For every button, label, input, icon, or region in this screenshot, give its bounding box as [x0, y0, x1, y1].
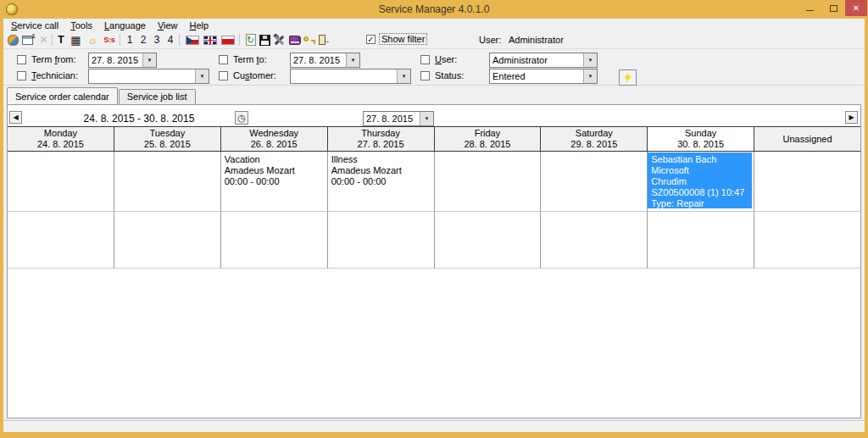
calendar-cell[interactable]: [541, 212, 648, 269]
menu-tools[interactable]: Tools: [64, 19, 98, 31]
date-picker-combobox[interactable]: 27. 8. 2015 ▼: [363, 111, 434, 126]
day-view-button[interactable]: ☼: [86, 33, 100, 47]
exit-button[interactable]: →: [316, 33, 331, 47]
save-icon: [259, 35, 270, 46]
term-to-combobox[interactable]: 27. 8. 2015 ▼: [290, 53, 360, 68]
term-to-value: 27. 8. 2015: [291, 53, 346, 67]
new-service-call-button[interactable]: [6, 33, 20, 47]
week-count-3-button[interactable]: 3: [151, 33, 163, 47]
menu-language[interactable]: Language: [98, 19, 152, 31]
menu-service-call[interactable]: Service call: [5, 19, 64, 31]
customer-checkbox[interactable]: [219, 71, 228, 80]
show-filter-toggle[interactable]: ✓ Show filter: [366, 34, 426, 44]
open-properties-button[interactable]: 1: [20, 33, 35, 47]
menu-help[interactable]: Help: [184, 19, 215, 31]
refresh-button[interactable]: ↻: [243, 33, 258, 47]
technician-combobox[interactable]: ▼: [88, 69, 209, 84]
status-bar: [3, 420, 865, 432]
status-combobox[interactable]: Entered ▼: [489, 69, 598, 84]
menu-view[interactable]: View: [152, 19, 184, 31]
user-combobox[interactable]: Administrator ▼: [489, 53, 598, 68]
status-value: Entered: [490, 69, 583, 83]
date-picker-value: 27. 8. 2015: [364, 112, 420, 125]
window-controls: ✕: [798, 0, 867, 16]
refresh-icon: ↻: [246, 34, 256, 46]
letter-t-icon: T: [58, 34, 64, 46]
term-to-label: Term to:: [233, 54, 267, 64]
calendar-cell[interactable]: [435, 212, 542, 269]
language-czech-button[interactable]: [184, 33, 201, 47]
term-from-combobox[interactable]: 27. 8. 2015 ▼: [88, 53, 157, 68]
close-button[interactable]: ✕: [845, 0, 867, 16]
user-checkbox[interactable]: [420, 55, 430, 64]
chevron-down-icon[interactable]: ▼: [420, 112, 433, 125]
calendar-cell[interactable]: [114, 152, 221, 212]
status-checkbox[interactable]: [420, 71, 430, 80]
delete-button[interactable]: ✕: [36, 33, 51, 47]
calendar-event-vacation[interactable]: Vacation Amadeus Mozart 00:00 - 00:00: [221, 152, 327, 187]
minimize-icon: [806, 10, 814, 11]
tab-service-job-list[interactable]: Service job list: [119, 89, 196, 104]
license-button[interactable]: [302, 33, 316, 47]
calendar-cell[interactable]: Sebastian Bach Microsoft Chrudim SZ00500…: [648, 152, 754, 212]
week-count-1-button[interactable]: 1: [124, 33, 136, 47]
calendar-cell[interactable]: [754, 152, 860, 212]
calendar-grid: Monday24. 8. 2015 Tuesday25. 8. 2015 Wed…: [8, 126, 860, 269]
previous-week-button[interactable]: ◀: [9, 111, 22, 124]
week-count-4-button[interactable]: 4: [164, 33, 176, 47]
week-range-label: 24. 8. 2015 - 30. 8. 2015: [33, 113, 245, 125]
chevron-down-icon[interactable]: ▼: [583, 53, 597, 67]
text-mode-button[interactable]: T: [55, 33, 67, 47]
chevron-down-icon[interactable]: ▼: [397, 69, 410, 83]
chevron-down-icon[interactable]: ▼: [346, 53, 359, 67]
clock-icon: ◷: [237, 113, 246, 124]
lightning-icon: [624, 72, 632, 83]
maximize-button[interactable]: [821, 0, 845, 16]
term-from-value: 27. 8. 2015: [89, 53, 142, 67]
minimize-button[interactable]: [798, 0, 821, 16]
chevron-down-icon[interactable]: ▼: [142, 53, 156, 67]
column-header-unassigned: Unassigned: [754, 127, 860, 151]
calendar-cell[interactable]: [114, 212, 221, 269]
customer-combobox[interactable]: ▼: [290, 69, 411, 84]
calendar-cell[interactable]: [8, 152, 114, 212]
clock-button[interactable]: ◷: [235, 111, 248, 125]
tab-bar: Service order calendar Service job list: [7, 88, 197, 104]
calendar-event-service-order[interactable]: Sebastian Bach Microsoft Chrudim SZ00500…: [648, 152, 752, 208]
toolbar-separator: [179, 34, 180, 46]
book-icon: [289, 36, 301, 45]
save-button[interactable]: [258, 33, 272, 47]
sort-button[interactable]: S↕s: [101, 33, 117, 47]
sort-icon: S↕s: [103, 36, 114, 44]
calendar-cell[interactable]: [328, 212, 435, 269]
term-from-checkbox[interactable]: [17, 55, 26, 64]
calendar-cell[interactable]: [435, 152, 542, 212]
toolbar-separator: [120, 34, 120, 46]
chevron-down-icon[interactable]: ▼: [583, 69, 597, 83]
term-to-checkbox[interactable]: [219, 55, 228, 64]
show-filter-checkbox[interactable]: ✓: [366, 35, 376, 44]
next-week-button[interactable]: ▶: [845, 111, 858, 124]
calendar-cell[interactable]: [754, 212, 860, 269]
technician-checkbox[interactable]: [17, 71, 26, 80]
grid-view-button[interactable]: ▦: [69, 33, 83, 47]
language-polish-button[interactable]: [220, 33, 236, 47]
settings-button[interactable]: [272, 33, 287, 47]
chevron-down-icon[interactable]: ▼: [195, 69, 209, 83]
calendar-cell[interactable]: [221, 212, 328, 269]
customer-value: [291, 69, 397, 83]
column-header-saturday: Saturday29. 8. 2015: [541, 127, 648, 151]
toolbar-separator: [239, 34, 240, 46]
tab-service-order-calendar[interactable]: Service order calendar: [7, 87, 118, 104]
calendar-cell[interactable]: [8, 212, 114, 269]
language-english-button[interactable]: [202, 33, 219, 47]
manual-button[interactable]: [287, 33, 302, 47]
column-header-friday: Friday28. 8. 2015: [435, 127, 542, 151]
calendar-event-illness[interactable]: Illness Amadeus Mozart 00:00 - 00:00: [328, 152, 434, 187]
calendar-cell[interactable]: Illness Amadeus Mozart 00:00 - 00:00: [328, 152, 435, 212]
week-count-2-button[interactable]: 2: [137, 33, 149, 47]
calendar-cell[interactable]: Vacation Amadeus Mozart 00:00 - 00:00: [221, 152, 328, 212]
calendar-cell[interactable]: [648, 212, 754, 269]
calendar-cell[interactable]: [541, 152, 648, 212]
apply-filter-button[interactable]: [619, 69, 637, 86]
